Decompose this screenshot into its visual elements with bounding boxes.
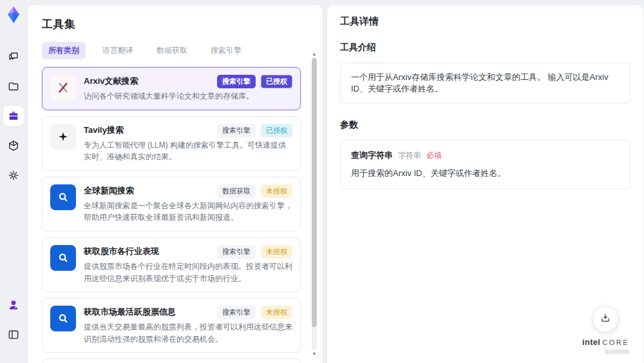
sidebar-item-account[interactable] [3,295,24,315]
params-heading: 参数 [340,119,630,131]
category-tabs: 所有类别语言翻译数据获取搜索引擎 [42,42,310,59]
tool-description: 专为人工智能代理 (LLM) 构建的搜索引擎工具。可快速提供实时、准确和真实的结… [84,139,292,163]
panel-toggle-icon [7,328,20,341]
list-scrollbar[interactable]: ▲ ▼ [311,52,317,357]
category-badge: 数据获取 [217,184,256,198]
search-icon [56,251,70,265]
search-icon [56,311,70,326]
sidebar-item-settings[interactable] [3,165,24,186]
param-name: 查询字符串 [351,150,393,161]
tool-card-list: Arxiv文献搜索 访问各个研究领域大量科学论文和文章的存储库。 搜索引擎 已授… [42,67,310,363]
brand-subtext [605,349,629,354]
scrollbar-thumb[interactable] [312,58,317,327]
page-title: 工具集 [42,17,310,32]
search-icon [56,190,70,204]
tool-card[interactable]: 万维地区新闻查询 查询具体行政区划内的新闻，快速了解各地新闻动 搜索引擎 未授权 [42,358,301,363]
tool-list-panel: 工具集 所有类别语言翻译数据获取搜索引擎 [27,5,323,363]
param-description: 用于搜索的Arxiv ID、关键字或作者姓名。 [351,168,620,179]
sidebar-item-files[interactable] [3,76,24,97]
category-tab[interactable]: 搜索引擎 [204,42,248,59]
auth-status-badge: 未授权 [261,306,292,319]
category-badge: 搜索引擎 [217,245,256,259]
sidebar [0,0,27,363]
download-icon [600,312,611,326]
category-tab[interactable]: 所有类别 [42,42,86,59]
category-badge: 搜索引擎 [217,75,256,88]
tool-card[interactable]: 获取市场最活跃股票信息 提供当天交易量最高的股票列表，投资者可以利用这些信息来识… [42,298,301,353]
category-badge: 搜索引擎 [217,306,256,319]
category-tab[interactable]: 语言翻译 [96,42,140,59]
corner-widgets: intel core [582,306,629,354]
sidebar-item-tools[interactable] [3,106,24,126]
app-logo-icon [4,5,23,25]
sidebar-item-collapse[interactable] [3,324,24,345]
tool-detail-panel: 工具详情 工具介绍 一个用于从Arxiv存储库搜索科学论文和文章的工具。 输入可… [327,5,644,363]
auth-status-badge: 未授权 [261,245,292,259]
tool-card[interactable]: 获取股市各行业表现 提供股票市场各个行业在特定时间段内的表现。投资者可以利用这些… [42,237,301,292]
tool-description: 提供股票市场各个行业在特定时间段内的表现。投资者可以利用这些信息来识别表现优于或… [84,260,292,284]
tool-description: 提供当天交易量最高的股票列表，投资者可以利用这些信息来识别流动性强的股票和潜在的… [84,321,292,345]
category-tab[interactable]: 数据获取 [150,42,194,59]
tool-icon [50,306,76,331]
detail-title: 工具详情 [340,15,630,28]
scroll-up-icon[interactable]: ▲ [312,52,317,57]
tool-icon [50,184,76,210]
download-button[interactable] [592,306,618,332]
tool-icon [50,124,76,150]
auth-status-badge: 未授权 [261,184,292,198]
category-badge: 搜索引擎 [217,124,256,137]
app-window: 工具集 所有类别语言翻译数据获取搜索引擎 [0,0,644,363]
intel-core-logo: intel core [582,337,629,347]
sidebar-item-packages[interactable] [3,135,24,156]
tool-description: 全球新闻搜索是一个聚合全球各大新闻网站内容的搜索引擎，帮助用户快速获取全球最新资… [84,200,292,224]
tool-icon [50,75,76,101]
sidebar-item-chat[interactable] [3,46,24,67]
sparkle-icon [57,130,70,143]
tool-card[interactable]: Arxiv文献搜索 访问各个研究领域大量科学论文和文章的存储库。 搜索引擎 已授… [42,67,301,110]
tool-icon [50,245,76,271]
main-content: 工具集 所有类别语言翻译数据获取搜索引擎 [27,0,644,363]
arxiv-logo-icon [56,81,70,95]
tool-description: 访问各个研究领域大量科学论文和文章的存储库。 [84,90,292,103]
scroll-down-icon[interactable]: ▼ [312,351,317,357]
parameter-item: 查询字符串 字符串 必填 用于搜索的Arxiv ID、关键字或作者姓名。 [340,140,630,189]
cube-icon [7,139,20,152]
param-required-flag: 必填 [426,150,442,161]
tool-card[interactable]: 全球新闻搜索 全球新闻搜索是一个聚合全球各大新闻网站内容的搜索引擎，帮助用户快速… [42,177,301,231]
gear-icon [7,169,20,182]
chat-icon [7,50,20,63]
param-type: 字符串 [398,150,421,161]
tool-card[interactable]: Tavily搜索 专为人工智能代理 (LLM) 构建的搜索引擎工具。可快速提供实… [42,116,301,171]
auth-status-badge: 已授权 [261,75,292,88]
tool-intro-text: 一个用于从Arxiv存储库搜索科学论文和文章的工具。 输入可以是Arxiv ID… [340,63,630,104]
user-icon [7,299,20,311]
folder-icon [7,80,20,93]
auth-status-badge: 已授权 [261,124,292,137]
briefcase-icon [7,110,20,123]
intro-heading: 工具介绍 [340,42,630,54]
